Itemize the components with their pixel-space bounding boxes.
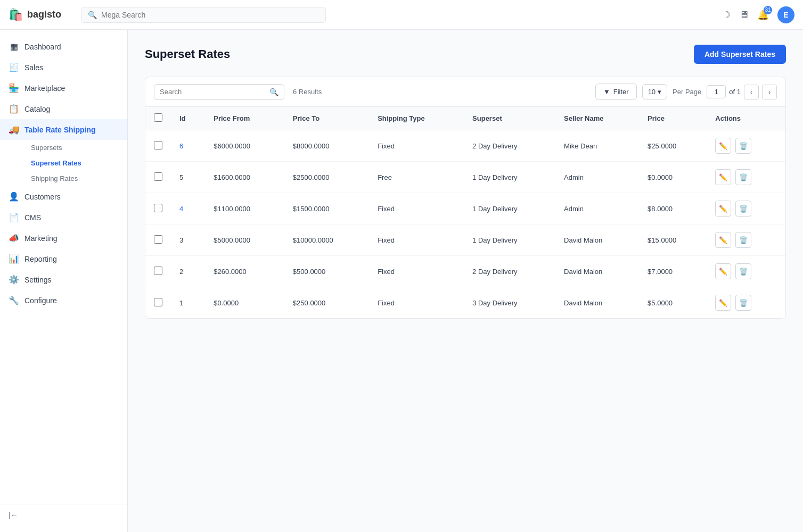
sidebar-item-marketplace[interactable]: 🏪 Marketplace bbox=[0, 78, 127, 98]
sidebar-sub-item-superset-rates[interactable]: Superset Rates bbox=[24, 155, 127, 171]
cell-price: $5.0000 bbox=[639, 287, 707, 319]
per-page-label: Per Page bbox=[673, 88, 701, 96]
cell-shipping-type: Fixed bbox=[369, 287, 464, 319]
cell-price-to: $8000.0000 bbox=[284, 130, 369, 162]
row-checkbox-cell[interactable] bbox=[145, 225, 171, 256]
sidebar-sub-item-supersets[interactable]: Supersets bbox=[24, 140, 127, 155]
sidebar-item-customers[interactable]: 👤 Customers bbox=[0, 186, 127, 207]
sidebar-sub-item-shipping-rates[interactable]: Shipping Rates bbox=[24, 171, 127, 186]
table-row: 3 $5000.0000 $10000.0000 Fixed 1 Day Del… bbox=[145, 225, 785, 256]
sidebar-item-label: Settings bbox=[24, 276, 52, 284]
col-superset: Superset bbox=[464, 107, 555, 130]
row-checkbox-cell[interactable] bbox=[145, 130, 171, 162]
delete-button[interactable]: 🗑️ bbox=[735, 201, 751, 217]
col-shipping-type: Shipping Type bbox=[369, 107, 464, 130]
sidebar-item-label: Dashboard bbox=[24, 43, 61, 51]
cms-icon: 📄 bbox=[9, 212, 19, 222]
filter-button[interactable]: ▼ Filter bbox=[595, 84, 637, 100]
cell-actions: ✏️ 🗑️ bbox=[707, 225, 785, 256]
sidebar-item-settings[interactable]: ⚙️ Settings bbox=[0, 269, 127, 290]
edit-button[interactable]: ✏️ bbox=[715, 169, 731, 185]
edit-button[interactable]: ✏️ bbox=[715, 138, 731, 154]
cell-actions: ✏️ 🗑️ bbox=[707, 256, 785, 287]
table-search-icon: 🔍 bbox=[269, 88, 278, 96]
table-search-input[interactable] bbox=[160, 88, 266, 96]
row-id-link[interactable]: 6 bbox=[179, 142, 183, 150]
col-actions: Actions bbox=[707, 107, 785, 130]
row-checkbox[interactable] bbox=[154, 204, 162, 212]
delete-button[interactable]: 🗑️ bbox=[735, 232, 751, 248]
cell-id: 1 bbox=[171, 287, 205, 319]
row-checkbox-cell[interactable] bbox=[145, 193, 171, 225]
mega-search-bar[interactable]: 🔍 bbox=[81, 7, 326, 23]
display-icon[interactable]: 🖥 bbox=[739, 9, 749, 20]
shipping-icon: 🚚 bbox=[9, 124, 19, 135]
cell-price: $0.0000 bbox=[639, 162, 707, 193]
row-checkbox[interactable] bbox=[154, 235, 162, 244]
page-title: Superset Rates bbox=[145, 47, 230, 61]
row-checkbox[interactable] bbox=[154, 141, 162, 149]
delete-button[interactable]: 🗑️ bbox=[735, 263, 751, 279]
sidebar-item-marketing[interactable]: 📣 Marketing bbox=[0, 228, 127, 248]
table-header-row: Id Price From Price To Shipping Type Sup… bbox=[145, 107, 785, 130]
edit-button[interactable]: ✏️ bbox=[715, 201, 731, 217]
filter-label: Filter bbox=[613, 88, 629, 96]
row-id: 2 bbox=[179, 268, 183, 276]
sidebar-item-reporting[interactable]: 📊 Reporting bbox=[0, 248, 127, 269]
sidebar-collapse-button[interactable]: |← bbox=[0, 504, 127, 526]
sidebar-item-sales[interactable]: 🧾 Sales bbox=[0, 57, 127, 78]
row-checkbox[interactable] bbox=[154, 172, 162, 181]
row-checkbox[interactable] bbox=[154, 267, 162, 275]
select-all-checkbox[interactable] bbox=[154, 113, 162, 122]
row-id-link[interactable]: 4 bbox=[179, 205, 183, 213]
notification-badge: 31 bbox=[764, 6, 772, 14]
theme-toggle-icon[interactable]: ☽ bbox=[722, 9, 731, 21]
cell-seller-name: David Malon bbox=[555, 256, 639, 287]
delete-button[interactable]: 🗑️ bbox=[735, 295, 751, 311]
marketing-icon: 📣 bbox=[9, 233, 19, 243]
results-count: 6 Results bbox=[293, 88, 322, 96]
avatar[interactable]: E bbox=[777, 6, 794, 23]
prev-page-button[interactable]: ‹ bbox=[744, 85, 759, 99]
edit-button[interactable]: ✏️ bbox=[715, 263, 731, 279]
dashboard-icon: ▦ bbox=[9, 41, 19, 52]
toolbar-right: ▼ Filter 10 ▾ Per Page of 1 ‹ › bbox=[595, 84, 777, 100]
col-seller-name: Seller Name bbox=[555, 107, 639, 130]
row-checkbox-cell[interactable] bbox=[145, 256, 171, 287]
row-checkbox-cell[interactable] bbox=[145, 287, 171, 319]
cell-superset: 2 Day Delivery bbox=[464, 256, 555, 287]
sidebar-item-label: Catalog bbox=[24, 105, 50, 113]
cell-price: $25.0000 bbox=[639, 130, 707, 162]
next-page-button[interactable]: › bbox=[762, 85, 777, 99]
sidebar: ▦ Dashboard 🧾 Sales 🏪 Marketplace 📋 Cata… bbox=[0, 30, 128, 532]
edit-button[interactable]: ✏️ bbox=[715, 295, 731, 311]
table-body: 6 $6000.0000 $8000.0000 Fixed 2 Day Deli… bbox=[145, 130, 785, 319]
sidebar-item-catalog[interactable]: 📋 Catalog bbox=[0, 98, 127, 119]
layout: ▦ Dashboard 🧾 Sales 🏪 Marketplace 📋 Cata… bbox=[0, 30, 803, 532]
row-checkbox-cell[interactable] bbox=[145, 162, 171, 193]
cell-superset: 1 Day Delivery bbox=[464, 193, 555, 225]
cell-shipping-type: Fixed bbox=[369, 130, 464, 162]
per-page-select[interactable]: 10 ▾ bbox=[642, 84, 667, 99]
sidebar-item-table-rate-shipping[interactable]: 🚚 Table Rate Shipping bbox=[0, 119, 127, 140]
delete-button[interactable]: 🗑️ bbox=[735, 138, 751, 154]
edit-button[interactable]: ✏️ bbox=[715, 232, 731, 248]
row-checkbox[interactable] bbox=[154, 298, 162, 306]
logo: 🛍️ bagisto bbox=[9, 8, 72, 22]
sidebar-item-cms[interactable]: 📄 CMS bbox=[0, 207, 127, 228]
cell-price-to: $10000.0000 bbox=[284, 225, 369, 256]
table-search-container[interactable]: 🔍 bbox=[154, 84, 284, 100]
cell-price-from: $5000.0000 bbox=[205, 225, 284, 256]
delete-button[interactable]: 🗑️ bbox=[735, 169, 751, 185]
add-superset-rates-button[interactable]: Add Superset Rates bbox=[694, 45, 786, 64]
sidebar-item-configure[interactable]: 🔧 Configure bbox=[0, 290, 127, 311]
page-number-input[interactable] bbox=[707, 85, 726, 98]
mega-search-input[interactable] bbox=[101, 11, 319, 19]
main-content: Superset Rates Add Superset Rates 🔍 6 Re… bbox=[128, 30, 803, 532]
cell-seller-name: David Malon bbox=[555, 225, 639, 256]
sidebar-item-dashboard[interactable]: ▦ Dashboard bbox=[0, 36, 127, 57]
notification-icon[interactable]: 🔔 31 bbox=[757, 9, 769, 21]
select-all-cell[interactable] bbox=[145, 107, 171, 130]
settings-icon: ⚙️ bbox=[9, 275, 19, 285]
cell-actions: ✏️ 🗑️ bbox=[707, 130, 785, 162]
